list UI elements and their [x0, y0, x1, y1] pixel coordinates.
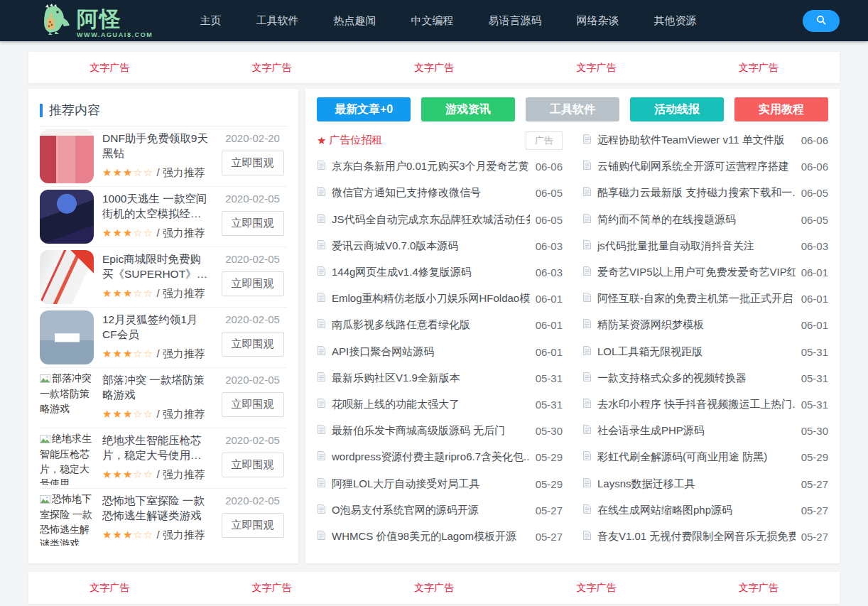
- ad-rent-title[interactable]: 广告位招租: [329, 134, 526, 147]
- view-now-button[interactable]: 立即围观: [222, 332, 284, 357]
- nav-item[interactable]: 易语言源码: [488, 14, 541, 28]
- article-row[interactable]: 去水印小程序 快手抖音视频搬运工上热门... 05-31: [582, 391, 828, 418]
- view-now-button[interactable]: 立即围观: [222, 392, 284, 417]
- article-link[interactable]: Laysns数据迁移工具: [597, 477, 796, 491]
- view-now-button[interactable]: 立即围观: [222, 271, 284, 296]
- text-ad-link[interactable]: 文字广告: [252, 582, 292, 593]
- view-now-button[interactable]: 立即围观: [222, 513, 284, 538]
- article-thumbnail[interactable]: [40, 310, 94, 364]
- article-link[interactable]: JS代码全自动完成京东品牌狂欢城活动任务: [332, 213, 530, 227]
- article-link[interactable]: 最新伯乐发卡商城高级版源码 无后门: [332, 424, 530, 438]
- article-row[interactable]: 精防某资源网织梦模板 06-01: [582, 312, 828, 338]
- article-thumbnail[interactable]: [40, 190, 94, 244]
- article-title[interactable]: Epic商城限时免费购买《SUPERHOT》游戏: [102, 251, 211, 282]
- text-ad-link[interactable]: 文字广告: [739, 62, 779, 73]
- article-thumbnail[interactable]: 部落冲突 一款塔防策略游戏: [40, 371, 94, 425]
- article-link[interactable]: 精防某资源网织梦模板: [597, 318, 796, 332]
- article-thumbnail[interactable]: 绝地求生智能压枪芯片，稳定大号使用: [40, 431, 94, 485]
- category-tab[interactable]: 游戏资讯: [421, 97, 515, 121]
- article-link[interactable]: LOL工具箱无限视距版: [597, 345, 796, 359]
- article-row[interactable]: O泡易支付系统官网的源码开源 05-27: [317, 497, 563, 524]
- article-row[interactable]: 微信官方通知已支持修改微信号 06-05: [317, 180, 563, 206]
- article-row[interactable]: 彩虹代刷全解源码(可商业用途 防黑) 05-29: [582, 444, 828, 470]
- article-title[interactable]: 1000天逃生 一款空间街机的太空模拟经营游戏: [102, 191, 211, 222]
- article-link[interactable]: js代码批量批量自动取消抖音关注: [597, 239, 796, 253]
- article-link[interactable]: 最新乐购社区V1.9全新版本: [332, 372, 530, 385]
- article-row[interactable]: js代码批量批量自动取消抖音关注 06-03: [582, 233, 828, 259]
- article-row[interactable]: 远程协助软件TeamViewer v11 单文件版 06-06: [582, 127, 828, 153]
- text-ad-link[interactable]: 文字广告: [414, 62, 454, 73]
- nav-item[interactable]: 其他资源: [653, 14, 696, 28]
- article-row[interactable]: 144g网页生成v1.4修复版源码 06-03: [317, 259, 563, 286]
- article-title[interactable]: 恐怖地下室探险 一款恐怖逃生解谜类游戏: [102, 493, 211, 524]
- article-row[interactable]: Emlog重构精仿老版小刀娱乐网HFoldao模... 06-01: [317, 286, 563, 312]
- article-link[interactable]: 花呗新上线的功能太强大了: [332, 398, 530, 411]
- view-now-button[interactable]: 立即围观: [222, 453, 284, 477]
- article-row[interactable]: WHMCS 价值98美元的Lagom模板开源 05-27: [317, 524, 563, 550]
- article-row[interactable]: 爱奇艺VIP5以上用户可免费发爱奇艺VIP红包 06-01: [582, 259, 828, 286]
- view-now-button[interactable]: 立即围观: [222, 151, 284, 175]
- nav-item[interactable]: 网络杂谈: [576, 14, 619, 28]
- article-title[interactable]: 部落冲突 一款塔防策略游戏: [102, 372, 211, 403]
- article-thumbnail[interactable]: [40, 250, 94, 304]
- category-tab[interactable]: 最新文章+0: [317, 97, 411, 121]
- article-link[interactable]: 音友V1.01 无视付费限制全网音乐无损免费...: [597, 530, 796, 543]
- nav-item[interactable]: 热点趣闻: [333, 14, 376, 28]
- article-row[interactable]: 音友V1.01 无视付费限制全网音乐无损免费... 05-27: [582, 524, 828, 550]
- article-link[interactable]: 阿狸LOL大厅自动接受对局工具: [332, 477, 530, 491]
- article-thumbnail[interactable]: [40, 129, 94, 183]
- view-now-button[interactable]: 立即围观: [222, 211, 284, 236]
- article-link[interactable]: 去水印小程序 快手抖音视频搬运工上热门...: [597, 398, 796, 411]
- article-link[interactable]: 京东白条新用户0.01元购买3个月爱奇艺黄...: [332, 160, 530, 173]
- text-ad-link[interactable]: 文字广告: [739, 582, 779, 593]
- article-row[interactable]: API接口聚合网站源码 06-01: [317, 339, 563, 365]
- search-button[interactable]: [803, 10, 840, 32]
- category-tab[interactable]: 实用教程: [734, 97, 828, 121]
- nav-item[interactable]: 主页: [200, 14, 221, 28]
- category-tab[interactable]: 工具软件: [526, 97, 619, 121]
- article-link[interactable]: WHMCS 价值98美元的Lagom模板开源: [332, 530, 530, 543]
- article-row[interactable]: 在线生成网站缩略图php源码 05-27: [582, 497, 828, 524]
- article-link[interactable]: 简约而不简单的在线搜题源码: [597, 213, 796, 227]
- article-row[interactable]: LOL工具箱无限视距版 05-31: [582, 339, 828, 365]
- article-link[interactable]: 爱奇艺VIP5以上用户可免费发爱奇艺VIP红包: [597, 266, 796, 279]
- article-link[interactable]: Emlog重构精仿老版小刀娱乐网HFoldao模...: [332, 292, 530, 305]
- article-title[interactable]: 12月灵狐签约领1月CF会员: [102, 312, 211, 342]
- article-row[interactable]: wordpress资源付费主题ripro6.7含美化包... 05-29: [317, 444, 563, 470]
- article-row[interactable]: 简约而不简单的在线搜题源码 06-05: [582, 207, 828, 233]
- article-row[interactable]: 云铺购代刷网系统全开源可运营程序搭建 06-06: [582, 153, 828, 180]
- article-thumbnail[interactable]: 恐怖地下室探险 一款恐怖逃生解谜类游戏: [40, 492, 94, 546]
- article-row[interactable]: 酷享磁力云最新版 支持磁力搜索下载和一... 06-05: [582, 180, 828, 206]
- article-row[interactable]: 南瓜影视多线路任意看绿化版 06-01: [317, 312, 563, 338]
- article-link[interactable]: 在线生成网站缩略图php源码: [597, 504, 796, 517]
- article-row[interactable]: 一款支持格式众多的视频转换器 05-31: [582, 365, 828, 391]
- category-tab[interactable]: 活动线报: [630, 97, 724, 121]
- article-link[interactable]: 144g网页生成v1.4修复版源码: [332, 266, 530, 279]
- article-row[interactable]: 最新伯乐发卡商城高级版源码 无后门 05-30: [317, 418, 563, 444]
- article-link[interactable]: API接口聚合网站源码: [332, 345, 530, 359]
- article-row[interactable]: 最新乐购社区V1.9全新版本 05-31: [317, 365, 563, 391]
- article-row[interactable]: 阿狸LOL大厅自动接受对局工具 05-29: [317, 470, 563, 497]
- article-link[interactable]: 云铺购代刷网系统全开源可运营程序搭建: [597, 160, 796, 173]
- article-link[interactable]: 社会语录生成PHP源码: [597, 424, 796, 438]
- article-link[interactable]: 阿怪互联-自家的免费主机第一批正式开启: [597, 292, 796, 305]
- article-link[interactable]: wordpress资源付费主题ripro6.7含美化包...: [332, 450, 530, 464]
- article-link[interactable]: 彩虹代刷全解源码(可商业用途 防黑): [597, 450, 796, 464]
- article-row[interactable]: Laysns数据迁移工具 05-27: [582, 470, 828, 497]
- text-ad-link[interactable]: 文字广告: [89, 62, 129, 73]
- article-link[interactable]: 酷享磁力云最新版 支持磁力搜索下载和一...: [597, 186, 796, 200]
- text-ad-link[interactable]: 文字广告: [414, 582, 454, 593]
- text-ad-link[interactable]: 文字广告: [252, 62, 292, 73]
- article-link[interactable]: 爱讯云商城V0.7.0版本源码: [332, 239, 530, 253]
- article-link[interactable]: 远程协助软件TeamViewer v11 单文件版: [597, 134, 796, 147]
- article-row[interactable]: 花呗新上线的功能太强大了 05-31: [317, 391, 563, 418]
- article-link[interactable]: 微信官方通知已支持修改微信号: [332, 186, 530, 200]
- article-link[interactable]: O泡易支付系统官网的源码开源: [332, 504, 530, 517]
- article-row[interactable]: JS代码全自动完成京东品牌狂欢城活动任务 06-05: [317, 207, 563, 233]
- article-title[interactable]: DNF助手免费领取9天黑钻: [102, 131, 211, 161]
- article-link[interactable]: 南瓜影视多线路任意看绿化版: [332, 318, 530, 332]
- site-logo[interactable]: 阿怪 WWW.AGUAI8.COM: [40, 3, 153, 38]
- article-row[interactable]: 阿怪互联-自家的免费主机第一批正式开启 06-01: [582, 286, 828, 312]
- text-ad-link[interactable]: 文字广告: [89, 582, 129, 593]
- text-ad-link[interactable]: 文字广告: [576, 582, 616, 593]
